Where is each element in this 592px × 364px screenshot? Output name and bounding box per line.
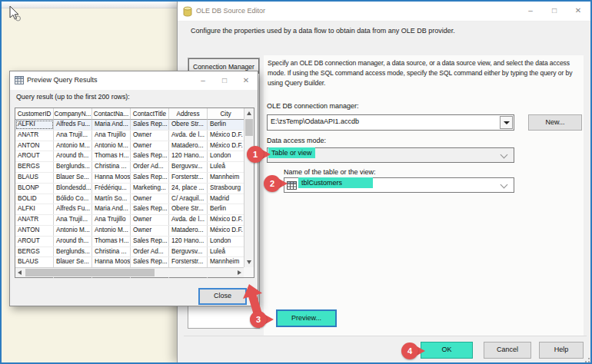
grid-horizontal-scrollbar[interactable] xyxy=(15,267,244,277)
grid-cell[interactable]: Antonio M... xyxy=(54,226,92,236)
grid-cell[interactable]: Ana Trujil... xyxy=(54,215,92,225)
grid-cell[interactable]: Sales Rep... xyxy=(131,173,169,183)
grid-cell[interactable]: BLAUS xyxy=(15,257,54,267)
preview-button[interactable]: Preview... xyxy=(276,309,337,327)
grid-cell[interactable]: Owner xyxy=(131,131,169,141)
grid-cell[interactable]: BOLID xyxy=(15,194,54,204)
help-button[interactable]: Help xyxy=(539,342,584,359)
grid-cell[interactable]: Luleå xyxy=(208,162,244,172)
grid-header-cell[interactable]: CompanyN... xyxy=(54,108,92,120)
horizontal-scroll-thumb[interactable] xyxy=(25,269,155,276)
grid-cell[interactable]: Matadero... xyxy=(169,141,208,151)
table-name-combobox[interactable]: tblCustomers xyxy=(284,177,514,193)
grid-cell[interactable]: Obere Str... xyxy=(169,204,208,214)
grid-cell[interactable]: Owner xyxy=(131,194,169,204)
grid-cell[interactable]: Berlin xyxy=(208,120,244,130)
grid-cell[interactable]: Owner xyxy=(131,215,169,225)
grid-header-cell[interactable]: CustomerID xyxy=(15,108,54,120)
grid-cell[interactable]: London xyxy=(208,237,244,247)
grid-cell[interactable]: Blauer Se... xyxy=(54,257,92,267)
close-icon[interactable]: ✕ xyxy=(241,74,251,87)
grid-header-cell[interactable]: City xyxy=(208,108,244,120)
grid-cell[interactable]: Antonio M... xyxy=(54,141,92,151)
scroll-up-icon[interactable] xyxy=(247,111,251,115)
grid-cell[interactable]: Strasbourg xyxy=(208,184,244,194)
grid-cell[interactable]: Martín So... xyxy=(92,194,131,204)
grid-cell[interactable]: Bólido Co... xyxy=(54,194,92,204)
grid-cell[interactable]: Sales Rep... xyxy=(131,237,169,247)
grid-cell[interactable]: Ana Trujillo xyxy=(92,215,131,225)
maximize-icon[interactable]: □ xyxy=(219,74,230,87)
grid-cell[interactable]: ANTON xyxy=(15,226,54,236)
grid-cell[interactable]: Around th... xyxy=(54,237,92,247)
grid-cell[interactable]: Avda. de l... xyxy=(169,215,208,225)
grid-cell[interactable]: Thomas H... xyxy=(92,237,131,247)
grid-cell[interactable]: AROUT xyxy=(15,151,54,161)
grid-cell[interactable]: 120 Hano... xyxy=(169,151,208,161)
grid-cell[interactable]: AROUT xyxy=(15,237,54,247)
grid-cell[interactable]: Owner xyxy=(131,226,169,236)
grid-cell[interactable]: London xyxy=(208,151,244,161)
grid-cell[interactable]: Madrid xyxy=(208,194,244,204)
editor-title-bar[interactable]: OLE DB Source Editor – □ ✕ xyxy=(178,2,592,22)
minimize-icon[interactable]: – xyxy=(525,5,536,17)
grid-cell[interactable]: Around th... xyxy=(54,151,92,161)
cancel-button[interactable]: Cancel xyxy=(484,342,531,359)
grid-cell[interactable]: Marketing... xyxy=(131,184,169,194)
grid-cell[interactable]: ALFKI xyxy=(15,120,54,130)
grid-cell[interactable]: BLONP xyxy=(15,184,54,194)
preview-title-bar[interactable]: Preview Query Results – □ ✕ xyxy=(10,71,258,90)
grid-cell[interactable]: Matadero... xyxy=(169,226,208,236)
grid-cell[interactable]: Obere Str... xyxy=(169,120,208,130)
grid-cell[interactable]: Berglunds... xyxy=(54,247,92,257)
grid-vertical-scrollbar[interactable] xyxy=(244,108,254,267)
grid-cell[interactable]: Alfreds Fu... xyxy=(54,120,92,130)
grid-cell[interactable]: BERGS xyxy=(15,247,54,257)
connection-dropdown-button[interactable] xyxy=(500,116,513,129)
grid-cell[interactable]: Avda. de l... xyxy=(169,131,208,141)
grid-header-cell[interactable]: ContactNa... xyxy=(92,108,131,120)
grid-cell[interactable]: Sales Rep... xyxy=(131,120,169,130)
grid-cell[interactable]: México D.F. xyxy=(208,215,244,225)
grid-cell[interactable]: ANATR xyxy=(15,215,54,225)
grid-cell[interactable]: Thomas H... xyxy=(92,151,131,161)
grid-header-cell[interactable]: ContactTitle xyxy=(131,108,169,120)
grid-cell[interactable]: Owner xyxy=(131,141,169,151)
scroll-left-icon[interactable] xyxy=(18,270,22,275)
grid-cell[interactable]: Sales Rep... xyxy=(131,151,169,161)
grid-cell[interactable]: Alfreds Fu... xyxy=(54,204,92,214)
grid-cell[interactable]: Hanna Moos xyxy=(92,173,131,183)
grid-cell[interactable]: ANTON xyxy=(15,141,54,151)
grid-cell[interactable]: México D.F. xyxy=(208,131,244,141)
grid-cell[interactable]: Blondesdd... xyxy=(54,184,92,194)
vertical-scroll-thumb[interactable] xyxy=(245,119,253,136)
grid-cell[interactable]: Maria And... xyxy=(92,204,131,214)
grid-cell[interactable]: Order Ad... xyxy=(131,162,169,172)
grid-cell[interactable]: Frédériqu... xyxy=(92,184,131,194)
grid-cell[interactable]: Berglunds... xyxy=(54,162,92,172)
minimize-icon[interactable]: – xyxy=(198,74,208,87)
grid-cell[interactable]: Ana Trujillo xyxy=(92,131,131,141)
grid-cell[interactable]: Christina ... xyxy=(92,247,131,257)
grid-cell[interactable]: Berguvsv... xyxy=(169,247,208,257)
grid-cell[interactable]: Sales Rep... xyxy=(131,257,169,267)
grid-cell[interactable]: Luleå xyxy=(208,247,244,257)
grid-header-cell[interactable]: Address xyxy=(169,108,208,120)
grid-cell[interactable]: Forsterstr... xyxy=(169,173,208,183)
grid-cell[interactable]: Berguvsv... xyxy=(169,162,208,172)
grid-cell[interactable]: BERGS xyxy=(15,162,54,172)
grid-cell[interactable]: Sales Rep... xyxy=(131,204,169,214)
grid-cell[interactable]: Forsterstr... xyxy=(169,257,208,267)
grid-cell[interactable]: BLAUS xyxy=(15,173,54,183)
grid-cell[interactable]: ALFKI xyxy=(15,204,54,214)
grid-cell[interactable]: Maria And... xyxy=(92,120,131,130)
grid-cell[interactable]: Blauer Se... xyxy=(54,173,92,183)
grid-cell[interactable]: México D.F. xyxy=(208,226,244,236)
connection-manager-combobox[interactable]: E:\zsTemp\OdataAPI1.accdb xyxy=(267,114,514,131)
grid-cell[interactable]: Berlin xyxy=(208,204,244,214)
grid-cell[interactable]: Mannheim xyxy=(208,173,244,183)
grid-cell[interactable]: México D.F. xyxy=(208,141,244,151)
grid-cell[interactable]: Ana Trujil... xyxy=(54,131,92,141)
grid-cell[interactable]: C/ Araquil... xyxy=(169,194,208,204)
grid-cell[interactable]: Hanna Moos xyxy=(92,257,131,267)
